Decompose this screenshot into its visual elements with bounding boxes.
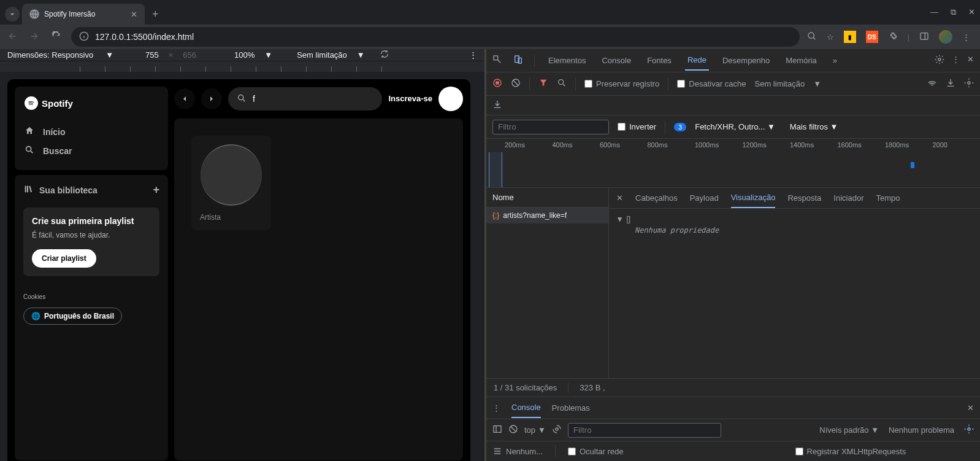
artist-label: Artista	[200, 213, 262, 222]
console-settings-icon[interactable]	[964, 424, 974, 436]
live-expression-icon[interactable]	[552, 424, 562, 436]
language-button[interactable]: 🌐Português do Brasil	[23, 308, 122, 325]
close-window-button[interactable]: ✕	[968, 7, 975, 17]
page-forward-button[interactable]	[201, 88, 222, 109]
side-panel-icon[interactable]	[919, 31, 929, 43]
viewport-height[interactable]: 656	[183, 50, 196, 60]
tab-console[interactable]: Console	[599, 51, 634, 70]
page-preview: Spotify Início Buscar Sua biblioteca + C…	[7, 79, 470, 461]
page-back-button[interactable]	[174, 88, 195, 109]
record-button[interactable]	[492, 78, 502, 90]
filter-icon[interactable]	[538, 78, 548, 90]
no-problems-text: Nenhum problema	[889, 425, 954, 435]
new-tab-button[interactable]: +	[152, 8, 159, 21]
network-settings-icon[interactable]	[964, 78, 974, 90]
network-conditions-icon[interactable]	[927, 78, 937, 90]
tab-network[interactable]: Rede	[685, 50, 709, 71]
search-network-icon[interactable]	[557, 78, 567, 90]
hide-network-checkbox[interactable]: Ocultar rede	[568, 447, 624, 456]
close-drawer[interactable]: ✕	[967, 403, 974, 413]
library-header[interactable]: Sua biblioteca +	[23, 184, 159, 196]
tab-elements[interactable]: Elementos	[546, 51, 588, 70]
back-button[interactable]	[5, 29, 20, 45]
search-input[interactable]	[253, 94, 373, 104]
import-icon[interactable]	[946, 78, 955, 90]
extensions-icon[interactable]	[888, 31, 898, 43]
profile-avatar[interactable]	[939, 30, 952, 44]
tab-dropdown[interactable]	[5, 7, 20, 21]
response-array: ▼ []	[618, 215, 971, 223]
tab-timing[interactable]: Tempo	[876, 188, 900, 207]
name-column-header[interactable]: Nome	[486, 188, 608, 207]
log-levels[interactable]: Níveis padrão ▼	[819, 425, 879, 435]
network-filter-input[interactable]	[492, 120, 609, 134]
tab-more[interactable]: »	[830, 51, 840, 70]
tab-payload[interactable]: Payload	[690, 188, 719, 207]
console-sidebar-icon[interactable]	[492, 424, 502, 436]
throttle-select[interactable]: Sem limitação	[297, 50, 347, 60]
login-button[interactable]	[438, 87, 463, 111]
throttle-select[interactable]: Sem limitação	[755, 79, 805, 88]
tab-preview[interactable]: Visualização	[731, 188, 776, 208]
zoom-select[interactable]: 100%	[234, 50, 255, 60]
settings-icon[interactable]	[935, 55, 944, 66]
preserve-log-checkbox[interactable]: Preservar registro	[584, 79, 659, 88]
minimize-button[interactable]: —	[930, 7, 938, 17]
tab-memory[interactable]: Memória	[783, 51, 819, 70]
forward-button[interactable]	[27, 29, 42, 45]
close-devtools[interactable]: ✕	[967, 55, 974, 66]
spotify-logo[interactable]: Spotify	[25, 96, 158, 110]
clear-button[interactable]	[511, 78, 521, 90]
network-timeline[interactable]: 200ms 400ms 600ms 800ms 1000ms 1200ms 14…	[486, 139, 980, 188]
drawer-console-tab[interactable]: Console	[511, 398, 541, 418]
context-select[interactable]: top ▼	[524, 425, 546, 435]
zoom-icon[interactable]	[807, 31, 817, 43]
svg-point-18	[556, 428, 558, 430]
reload-button[interactable]	[49, 29, 64, 45]
url-bar[interactable]: 127.0.0.1:5500/index.html	[71, 27, 800, 47]
console-filter-input[interactable]	[568, 423, 721, 438]
add-library-button[interactable]: +	[153, 184, 159, 196]
bookmark-icon[interactable]: ☆	[827, 33, 834, 42]
drawer-menu[interactable]: ⋮	[492, 403, 500, 413]
type-filter[interactable]: Fetch/XHR, Outro... ▼	[695, 122, 775, 131]
devtools-menu[interactable]: ⋮	[952, 55, 960, 66]
menu-button[interactable]: ⋮	[962, 33, 970, 42]
spotify-icon	[25, 96, 38, 110]
tab-sources[interactable]: Fontes	[645, 51, 674, 70]
browser-tab[interactable]: Spotify Imersão ✕	[22, 4, 145, 25]
create-playlist-button[interactable]: Criar playlist	[32, 249, 96, 268]
rotate-icon[interactable]	[380, 49, 389, 61]
log-xhr-checkbox[interactable]: Registrar XMLHttpRequests	[795, 447, 906, 456]
search-box[interactable]	[228, 87, 382, 110]
download-icon[interactable]	[492, 99, 502, 111]
cookies-link[interactable]: Cookies	[23, 293, 159, 300]
nav-search[interactable]: Buscar	[25, 141, 158, 160]
disable-cache-checkbox[interactable]: Desativar cache	[677, 79, 746, 88]
svg-point-15	[968, 82, 970, 84]
device-menu[interactable]: ⋮	[469, 50, 477, 60]
invert-checkbox[interactable]: Inverter	[618, 122, 656, 131]
dimensions-label[interactable]: Dimensões: Responsivo	[7, 50, 93, 60]
inspect-icon[interactable]	[492, 55, 502, 66]
tab-headers[interactable]: Cabeçalhos	[635, 188, 678, 207]
viewport-width[interactable]: 755	[145, 50, 159, 60]
clear-console-icon[interactable]	[508, 424, 518, 436]
request-row[interactable]: {;} artists?name_like=f	[486, 207, 608, 223]
signup-link[interactable]: Inscreva-se	[388, 94, 432, 104]
library-icon	[23, 184, 33, 196]
close-detail[interactable]: ✕	[616, 193, 623, 203]
extension-2-icon[interactable]: DS	[866, 31, 878, 43]
close-icon[interactable]: ✕	[131, 10, 137, 19]
artist-card[interactable]: Artista	[191, 136, 271, 230]
extension-1-icon[interactable]: ▮	[844, 31, 856, 43]
tab-performance[interactable]: Desempenho	[720, 51, 772, 70]
messages-icon[interactable]: Nenhum...	[492, 446, 543, 456]
more-filters[interactable]: Mais filtros ▼	[790, 122, 838, 131]
device-toggle-icon[interactable]	[513, 55, 523, 66]
maximize-button[interactable]: ⧉	[951, 7, 956, 17]
drawer-problems-tab[interactable]: Problemas	[552, 398, 590, 417]
nav-home[interactable]: Início	[25, 122, 158, 141]
tab-response[interactable]: Resposta	[787, 188, 821, 207]
tab-initiator[interactable]: Iniciador	[833, 188, 863, 207]
